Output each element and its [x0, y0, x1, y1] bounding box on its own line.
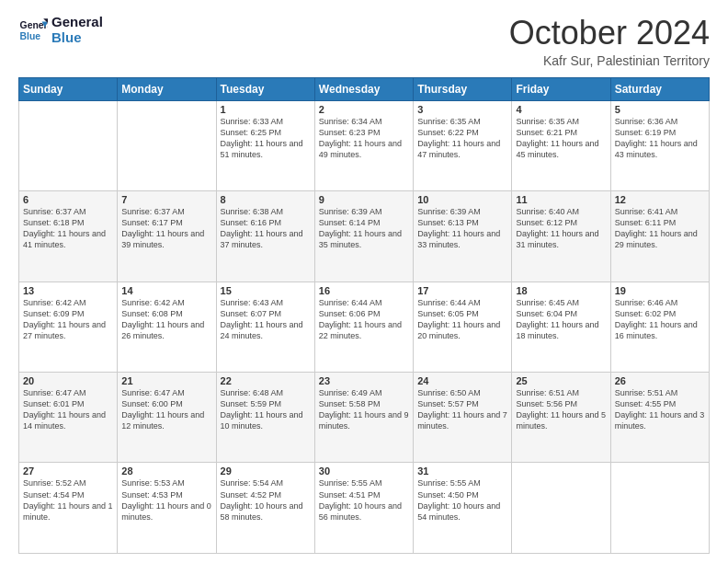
week-row-3: 13Sunrise: 6:42 AMSunset: 6:09 PMDayligh… — [19, 282, 710, 372]
day-number: 8 — [221, 194, 311, 205]
day-number: 26 — [615, 375, 705, 386]
col-tuesday: Tuesday — [216, 77, 314, 100]
cell-content: Sunrise: 6:38 AMSunset: 6:16 PMDaylight:… — [221, 206, 311, 251]
cell-content: Sunrise: 6:41 AMSunset: 6:11 PMDaylight:… — [615, 206, 705, 251]
table-row: 26Sunrise: 5:51 AMSunset: 4:55 PMDayligh… — [610, 373, 709, 463]
day-number: 29 — [221, 465, 311, 477]
cell-content: Sunrise: 6:51 AMSunset: 5:56 PMDaylight:… — [516, 387, 606, 432]
table-row: 21Sunrise: 6:47 AMSunset: 6:00 PMDayligh… — [118, 373, 216, 463]
day-number: 1 — [221, 104, 311, 115]
header-row: Sunday Monday Tuesday Wednesday Thursday… — [19, 77, 710, 100]
table-row: 29Sunrise: 5:54 AMSunset: 4:52 PMDayligh… — [216, 463, 314, 554]
day-number: 7 — [121, 194, 211, 205]
table-row — [118, 100, 216, 190]
table-row: 8Sunrise: 6:38 AMSunset: 6:16 PMDaylight… — [216, 191, 314, 282]
header: General Blue General Blue October 2024 K… — [18, 15, 710, 68]
cell-content: Sunrise: 5:54 AMSunset: 4:52 PMDaylight:… — [221, 477, 311, 523]
cell-content: Sunrise: 5:55 AMSunset: 4:51 PMDaylight:… — [319, 477, 409, 523]
day-number: 30 — [319, 465, 409, 477]
table-row — [512, 463, 610, 554]
table-row: 15Sunrise: 6:43 AMSunset: 6:07 PMDayligh… — [216, 282, 314, 372]
day-number: 19 — [615, 285, 705, 296]
day-number: 3 — [417, 104, 507, 115]
table-row: 12Sunrise: 6:41 AMSunset: 6:11 PMDayligh… — [610, 191, 709, 282]
logo-text: General Blue — [51, 15, 103, 45]
table-row: 30Sunrise: 5:55 AMSunset: 4:51 PMDayligh… — [314, 463, 413, 554]
table-row: 7Sunrise: 6:37 AMSunset: 6:17 PMDaylight… — [118, 191, 216, 282]
day-number: 22 — [221, 375, 311, 386]
cell-content: Sunrise: 6:48 AMSunset: 5:59 PMDaylight:… — [221, 387, 311, 432]
day-number: 18 — [516, 285, 606, 296]
day-number: 24 — [417, 375, 507, 386]
day-number: 28 — [121, 465, 211, 477]
day-number: 23 — [319, 375, 409, 386]
table-row: 16Sunrise: 6:44 AMSunset: 6:06 PMDayligh… — [314, 282, 413, 372]
table-row: 24Sunrise: 6:50 AMSunset: 5:57 PMDayligh… — [414, 373, 512, 463]
logo: General Blue General Blue — [18, 15, 103, 45]
table-row: 2Sunrise: 6:34 AMSunset: 6:23 PMDaylight… — [314, 100, 413, 190]
table-row: 27Sunrise: 5:52 AMSunset: 4:54 PMDayligh… — [19, 463, 118, 554]
cell-content: Sunrise: 5:53 AMSunset: 4:53 PMDaylight:… — [121, 477, 211, 523]
col-sunday: Sunday — [19, 77, 118, 100]
table-row — [19, 100, 118, 190]
table-row: 6Sunrise: 6:37 AMSunset: 6:18 PMDaylight… — [19, 191, 118, 282]
cell-content: Sunrise: 6:39 AMSunset: 6:14 PMDaylight:… — [319, 206, 409, 251]
table-row: 17Sunrise: 6:44 AMSunset: 6:05 PMDayligh… — [414, 282, 512, 372]
day-number: 2 — [319, 104, 409, 115]
cell-content: Sunrise: 6:33 AMSunset: 6:25 PMDaylight:… — [221, 116, 311, 161]
day-number: 10 — [417, 194, 507, 205]
col-wednesday: Wednesday — [314, 77, 413, 100]
table-row: 19Sunrise: 6:46 AMSunset: 6:02 PMDayligh… — [610, 282, 709, 372]
cell-content: Sunrise: 6:43 AMSunset: 6:07 PMDaylight:… — [221, 297, 311, 342]
day-number: 25 — [516, 375, 606, 386]
table-row: 18Sunrise: 6:45 AMSunset: 6:04 PMDayligh… — [512, 282, 610, 372]
col-friday: Friday — [512, 77, 610, 100]
cell-content: Sunrise: 6:37 AMSunset: 6:18 PMDaylight:… — [23, 206, 113, 251]
day-number: 5 — [615, 104, 705, 115]
calendar-table: Sunday Monday Tuesday Wednesday Thursday… — [18, 77, 710, 554]
day-number: 11 — [516, 194, 606, 205]
logo-icon: General Blue — [18, 16, 48, 45]
day-number: 27 — [23, 465, 113, 477]
month-title: October 2024 — [509, 15, 710, 52]
cell-content: Sunrise: 6:42 AMSunset: 6:09 PMDaylight:… — [23, 297, 113, 342]
cell-content: Sunrise: 6:47 AMSunset: 6:01 PMDaylight:… — [23, 387, 113, 432]
cell-content: Sunrise: 6:39 AMSunset: 6:13 PMDaylight:… — [417, 206, 507, 251]
cell-content: Sunrise: 6:36 AMSunset: 6:19 PMDaylight:… — [615, 116, 705, 161]
table-row: 1Sunrise: 6:33 AMSunset: 6:25 PMDaylight… — [216, 100, 314, 190]
day-number: 4 — [516, 104, 606, 115]
day-number: 21 — [121, 375, 211, 386]
table-row: 20Sunrise: 6:47 AMSunset: 6:01 PMDayligh… — [19, 373, 118, 463]
cell-content: Sunrise: 5:55 AMSunset: 4:50 PMDaylight:… — [417, 477, 507, 523]
table-row: 5Sunrise: 6:36 AMSunset: 6:19 PMDaylight… — [610, 100, 709, 190]
cell-content: Sunrise: 6:42 AMSunset: 6:08 PMDaylight:… — [121, 297, 211, 342]
week-row-1: 1Sunrise: 6:33 AMSunset: 6:25 PMDaylight… — [19, 100, 710, 190]
col-monday: Monday — [118, 77, 216, 100]
week-row-2: 6Sunrise: 6:37 AMSunset: 6:18 PMDaylight… — [19, 191, 710, 282]
table-row: 22Sunrise: 6:48 AMSunset: 5:59 PMDayligh… — [216, 373, 314, 463]
table-row: 10Sunrise: 6:39 AMSunset: 6:13 PMDayligh… — [414, 191, 512, 282]
cell-content: Sunrise: 6:47 AMSunset: 6:00 PMDaylight:… — [121, 387, 211, 432]
cell-content: Sunrise: 6:46 AMSunset: 6:02 PMDaylight:… — [615, 297, 705, 342]
week-row-4: 20Sunrise: 6:47 AMSunset: 6:01 PMDayligh… — [19, 373, 710, 463]
location: Kafr Sur, Palestinian Territory — [509, 53, 710, 68]
table-row: 14Sunrise: 6:42 AMSunset: 6:08 PMDayligh… — [118, 282, 216, 372]
cell-content: Sunrise: 5:52 AMSunset: 4:54 PMDaylight:… — [23, 477, 113, 523]
cell-content: Sunrise: 5:51 AMSunset: 4:55 PMDaylight:… — [615, 387, 705, 432]
cell-content: Sunrise: 6:50 AMSunset: 5:57 PMDaylight:… — [417, 387, 507, 432]
day-number: 17 — [417, 285, 507, 296]
cell-content: Sunrise: 6:34 AMSunset: 6:23 PMDaylight:… — [319, 116, 409, 161]
table-row: 9Sunrise: 6:39 AMSunset: 6:14 PMDaylight… — [314, 191, 413, 282]
day-number: 20 — [23, 375, 113, 386]
table-row: 4Sunrise: 6:35 AMSunset: 6:21 PMDaylight… — [512, 100, 610, 190]
cell-content: Sunrise: 6:37 AMSunset: 6:17 PMDaylight:… — [121, 206, 211, 251]
table-row — [610, 463, 709, 554]
table-row: 11Sunrise: 6:40 AMSunset: 6:12 PMDayligh… — [512, 191, 610, 282]
col-saturday: Saturday — [610, 77, 709, 100]
title-block: October 2024 Kafr Sur, Palestinian Terri… — [509, 15, 710, 68]
cell-content: Sunrise: 6:35 AMSunset: 6:21 PMDaylight:… — [516, 116, 606, 161]
cell-content: Sunrise: 6:35 AMSunset: 6:22 PMDaylight:… — [417, 116, 507, 161]
day-number: 16 — [319, 285, 409, 296]
day-number: 6 — [23, 194, 113, 205]
day-number: 9 — [319, 194, 409, 205]
